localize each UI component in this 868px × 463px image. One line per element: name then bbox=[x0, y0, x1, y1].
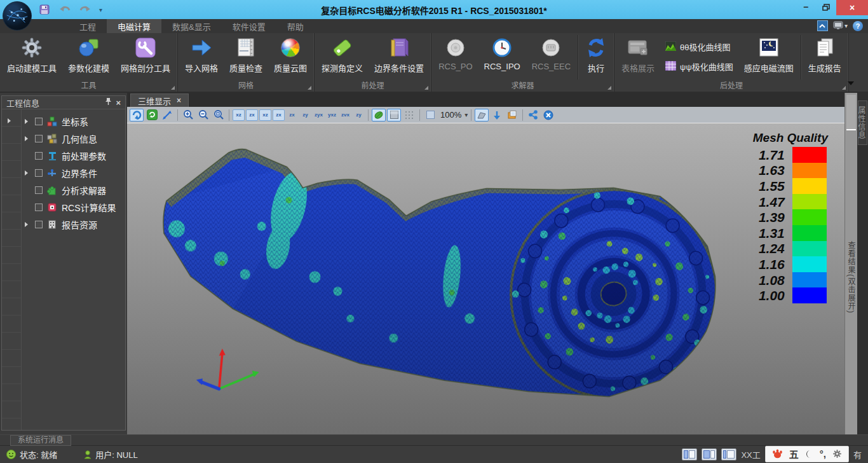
zoom-level-value[interactable]: 100% bbox=[440, 110, 461, 120]
checkbox[interactable] bbox=[35, 204, 43, 211]
tree-item-boundary-conditions[interactable]: 边界条件 bbox=[2, 164, 125, 181]
expand-icon[interactable] bbox=[25, 119, 31, 124]
checkbox[interactable] bbox=[35, 135, 43, 142]
tab-settings[interactable]: 软件设置 bbox=[222, 19, 276, 33]
share-button[interactable] bbox=[526, 109, 540, 121]
rcs-ipo-button[interactable]: RCS_IPO bbox=[478, 33, 526, 71]
mesh-tool-button[interactable]: 网格剖分工具 bbox=[115, 33, 176, 74]
ime-logo-icon[interactable] bbox=[772, 449, 783, 459]
expand-icon[interactable] bbox=[25, 222, 31, 227]
launch-modeler-button[interactable]: 启动建模工具 bbox=[1, 33, 62, 74]
expand-icon[interactable] bbox=[25, 170, 31, 176]
layout-split-button[interactable] bbox=[702, 448, 717, 460]
view-front-button[interactable]: xz bbox=[233, 109, 245, 121]
tree-item-preprocess-params[interactable]: 前处理参数 bbox=[2, 147, 125, 164]
zoom-out-button[interactable] bbox=[196, 109, 210, 121]
quality-check-button[interactable]: 质量检查 bbox=[224, 33, 268, 74]
parametric-modeling-button[interactable]: 参数化建模 bbox=[62, 33, 115, 74]
checkbox[interactable] bbox=[35, 118, 43, 125]
expand-icon[interactable] bbox=[25, 136, 31, 141]
quality-cloud-button[interactable]: 质量云图 bbox=[268, 33, 313, 74]
close-button[interactable]: × bbox=[836, 0, 868, 15]
tab-em-compute[interactable]: 电磁计算 bbox=[107, 19, 161, 33]
group-expand-icon[interactable] bbox=[842, 86, 846, 90]
group-expand-icon[interactable] bbox=[424, 86, 428, 90]
ime-punct-button[interactable]: °, bbox=[820, 448, 826, 459]
zoom-dropdown-icon[interactable]: ▾ bbox=[465, 111, 468, 118]
select-mode-button[interactable] bbox=[475, 109, 489, 121]
group-expand-icon[interactable] bbox=[308, 86, 311, 90]
layers-button[interactable] bbox=[505, 109, 519, 121]
view-top-button[interactable]: zx bbox=[286, 109, 298, 121]
tree-item-report-resources[interactable]: 报告资源 bbox=[2, 216, 125, 233]
minimize-button[interactable]: − bbox=[796, 0, 816, 14]
checkbox[interactable] bbox=[35, 186, 43, 194]
view-back-button[interactable]: zx bbox=[246, 109, 258, 121]
tab-3d-display[interactable]: 三维显示 × bbox=[130, 93, 189, 107]
group-expand-icon[interactable] bbox=[171, 86, 175, 90]
wireframe-button[interactable] bbox=[402, 109, 416, 121]
tree-item-solver[interactable]: 分析求解器 bbox=[2, 181, 125, 198]
group-expand-icon[interactable] bbox=[607, 86, 611, 90]
zoom-in-button[interactable] bbox=[181, 109, 195, 121]
probe-angle-button[interactable]: 探测角定义 bbox=[316, 33, 369, 74]
psi-curve-button[interactable]: ψψ极化曲线图 bbox=[665, 60, 733, 73]
tree-item-rcs-results[interactable]: RCS计算结果 bbox=[2, 198, 125, 216]
cancel-button[interactable] bbox=[541, 109, 555, 121]
table-view-button[interactable]: 表格展示 bbox=[616, 33, 660, 74]
view-iso1-button[interactable]: zyx bbox=[313, 109, 325, 121]
expand-icon[interactable] bbox=[8, 118, 11, 123]
zoom-fit-button[interactable] bbox=[212, 109, 226, 121]
view-iso3-button[interactable]: zvx bbox=[339, 109, 351, 121]
system-message-tab[interactable]: 系统运行消息 bbox=[10, 435, 71, 446]
refresh-view-button[interactable] bbox=[145, 109, 159, 121]
execute-button[interactable]: 执行 bbox=[580, 33, 613, 74]
drop-down-arrow-button[interactable] bbox=[490, 109, 504, 121]
checkbox[interactable] bbox=[35, 152, 43, 160]
pan-zoom-button[interactable] bbox=[160, 109, 174, 121]
panel-close-icon[interactable]: × bbox=[116, 98, 121, 107]
tree-item-geometry-info[interactable]: 几何信息 bbox=[2, 130, 125, 147]
import-mesh-button[interactable]: 导入网格 bbox=[179, 33, 224, 74]
boundary-settings-button[interactable]: 边界条件设置 bbox=[369, 33, 430, 74]
ime-halfmoon-icon[interactable] bbox=[805, 450, 813, 459]
restore-button[interactable] bbox=[816, 0, 836, 14]
ime-mode-button[interactable]: 五 bbox=[789, 447, 799, 460]
tree-item-coordinate-system[interactable]: 坐标系 bbox=[2, 113, 125, 130]
theta-curve-button[interactable]: θθ极化曲线图 bbox=[665, 41, 733, 53]
rcs-eec-button[interactable]: RCS_EEC bbox=[526, 33, 576, 71]
collapse-ribbon-button[interactable] bbox=[817, 20, 828, 31]
tab-project[interactable]: 工程 bbox=[69, 19, 107, 33]
3d-viewport[interactable]: Mesh Quality 1.71 1.63 1.55 1.47 1.39 1.… bbox=[127, 123, 844, 434]
redo-button[interactable] bbox=[79, 3, 92, 16]
undo-button[interactable] bbox=[58, 3, 71, 16]
scrollbar-thumb[interactable] bbox=[846, 95, 856, 130]
layout-left-button[interactable] bbox=[682, 448, 697, 460]
rotate-view-button[interactable] bbox=[130, 109, 144, 121]
app-logo-icon[interactable] bbox=[3, 1, 32, 31]
tab-data-display[interactable]: 数据&显示 bbox=[161, 19, 222, 33]
view-right-button[interactable]: zx bbox=[273, 109, 285, 121]
smooth-shade-button[interactable] bbox=[372, 109, 386, 121]
view-iso2-button[interactable]: yxz bbox=[326, 109, 338, 121]
view-left-button[interactable]: xz bbox=[259, 109, 271, 121]
help-button[interactable]: ? bbox=[853, 21, 863, 31]
toolbar-overflow-icon[interactable] bbox=[848, 81, 854, 85]
layout-bottom-button[interactable] bbox=[721, 448, 736, 460]
tab-close-icon[interactable]: × bbox=[177, 96, 181, 105]
theme-button[interactable]: ▾ bbox=[833, 21, 848, 31]
ime-settings-icon[interactable] bbox=[832, 449, 842, 459]
pin-icon[interactable] bbox=[105, 97, 112, 107]
checkbox[interactable] bbox=[35, 221, 43, 228]
view-iso4-button[interactable]: zy bbox=[353, 109, 365, 121]
induced-current-map-button[interactable]: 感应电磁流图 bbox=[738, 33, 799, 74]
checkbox[interactable] bbox=[35, 169, 43, 177]
results-collapsed-tab[interactable]: 查看结果(双击展开) bbox=[846, 241, 857, 314]
save-button[interactable] bbox=[38, 3, 51, 16]
view-bottom-button[interactable]: zy bbox=[299, 109, 311, 121]
flat-shade-button[interactable] bbox=[387, 109, 401, 121]
properties-collapsed-tab[interactable]: 属性信息 bbox=[858, 100, 867, 145]
rcs-po-button[interactable]: RCS_PO bbox=[433, 33, 478, 71]
generate-report-button[interactable]: 生成报告 bbox=[803, 33, 847, 74]
tab-help[interactable]: 帮助 bbox=[276, 19, 315, 33]
